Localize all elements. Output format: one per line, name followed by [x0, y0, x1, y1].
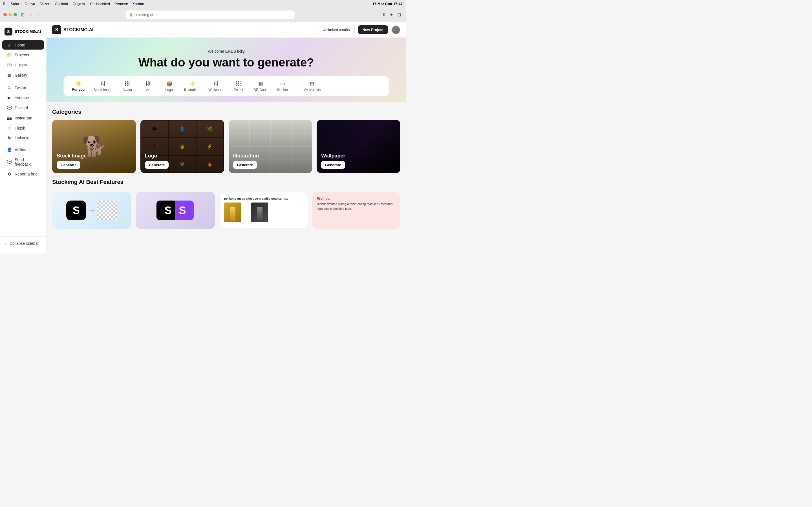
tabs-button[interactable]: ⊟ — [396, 11, 403, 18]
s-left-half: S — [164, 205, 171, 217]
apple-logo:  — [3, 1, 5, 6]
sidebar-item-tiktok[interactable]: ♪ Tiktok — [2, 123, 44, 133]
arrow-right-icon: → — [243, 209, 249, 216]
illustration-icon: ✨ — [189, 80, 195, 87]
wallpaper-generate-btn[interactable]: Generate — [321, 161, 345, 169]
tab-qr-code[interactable]: ▦ QR Code — [250, 78, 271, 94]
tab-wallpaper[interactable]: 🖼 Wallpaper — [204, 78, 227, 94]
logo-icon: 📦 — [166, 80, 172, 87]
sidebar-item-home-label: Home — [15, 43, 25, 47]
logo-name: Logo — [145, 153, 220, 159]
feature-card-split[interactable]: S S — [136, 192, 214, 229]
stock-image-generate-btn[interactable]: Generate — [57, 161, 80, 169]
sidebar-item-feedback[interactable]: 💬 Send feedback — [2, 155, 44, 169]
tab-illustration[interactable]: ✨ Illustration — [180, 78, 204, 94]
features-title: Stockimg AI Best Features — [52, 179, 400, 185]
tab-for-you[interactable]: ⭐ For you — [68, 78, 89, 94]
my-projects-icon: ⊞ — [310, 80, 314, 87]
menu-gecmis[interactable]: Geçmiş — [72, 2, 85, 6]
menu-dosya[interactable]: Dosya — [25, 2, 35, 6]
sidebar-item-bug[interactable]: ⚙ Report a bug — [2, 169, 44, 179]
sidebar-logo-box: S — [4, 27, 12, 36]
tab-logo-label: Logo — [165, 88, 173, 92]
logo-text: STOCKIMG.AI — [63, 27, 93, 33]
sidebar-item-affiliates[interactable]: 👤 Affiliates — [2, 145, 44, 155]
address-bar[interactable]: 🔒 stockimg.ai — [126, 10, 295, 19]
feature-card-perfume[interactable]: perfume on a reflective metallic counter… — [219, 192, 308, 229]
sidebar-item-history-label: History — [15, 63, 27, 67]
bg-remove-content: S → — [66, 201, 117, 220]
perfume-caption: perfume on a reflective metallic counter… — [224, 197, 303, 200]
checker-bg — [97, 201, 117, 220]
category-card-logo[interactable]: 🏔 👤 🌿 🗡 👩 ⚡ 🌊 🦁 🔥 Logo Generate — [140, 120, 224, 173]
collapse-sidebar-button[interactable]: « Collapse sidebar — [0, 239, 46, 248]
sidebar-item-youtube[interactable]: ▶ Youtube — [2, 93, 44, 103]
tab-poster[interactable]: 🖼 Poster — [229, 78, 248, 94]
minimize-dot[interactable] — [8, 13, 12, 16]
close-dot[interactable] — [3, 13, 7, 16]
sidebar-item-projects-label: Projects — [15, 53, 29, 57]
new-tab-button[interactable]: + — [389, 11, 395, 18]
sidebar-item-instagram[interactable]: 📷 Instagram — [2, 113, 44, 123]
avatar[interactable] — [391, 25, 400, 34]
logo-area: S STOCKIMG.AI — [52, 25, 93, 34]
logo-box: S — [52, 25, 61, 34]
maximize-dot[interactable] — [13, 13, 17, 16]
tab-for-you-label: For you — [72, 88, 85, 92]
sidebar-item-instagram-label: Instagram — [15, 116, 32, 120]
wallpaper-name: Wallpaper — [321, 153, 396, 159]
tab-logo[interactable]: 📦 Logo — [159, 78, 179, 94]
sidebar-item-gallery[interactable]: ▦ Gallery — [2, 70, 44, 80]
tab-my-projects[interactable]: ⊞ My projects — [299, 78, 324, 94]
new-project-button[interactable]: New Project — [358, 25, 388, 34]
tiktok-icon: ♪ — [7, 126, 12, 130]
twitter-icon: 𝕏 — [7, 85, 12, 90]
categories-grid: 🐕 Stock Image Generate 🏔 👤 🌿 🗡 👩 — [52, 120, 400, 173]
sidebar-item-projects[interactable]: 📁 Projects — [2, 50, 44, 60]
tab-stock-image[interactable]: 🖼 Stock Image — [90, 78, 116, 94]
sidebar-toggle[interactable]: ⊞ — [19, 11, 26, 18]
sidebar-item-gallery-label: Gallery — [15, 73, 27, 77]
sidebar-item-twitter-label: Twitter — [15, 86, 26, 90]
category-card-wallpaper[interactable]: Wallpaper Generate — [317, 120, 400, 173]
home-icon: ⌂ — [7, 43, 12, 47]
app-header: S STOCKIMG.AI Unlimited credits New Proj… — [47, 22, 406, 38]
perfume-bottle-2 — [251, 203, 268, 222]
menu-pencere[interactable]: Pencere — [114, 2, 128, 6]
back-button[interactable]: ‹ — [29, 11, 33, 18]
tab-stock-image-label: Stock Image — [94, 88, 112, 92]
hero-title: What do you want to generate? — [58, 56, 395, 69]
feature-card-bg-remove[interactable]: S → — [52, 192, 131, 229]
s-logo-transparent — [97, 201, 117, 220]
logo-generate-btn[interactable]: Generate — [145, 161, 168, 169]
prompt-text: Blonde woman sitting a table eating food… — [317, 202, 396, 211]
illustration-generate-btn[interactable]: Generate — [233, 161, 257, 169]
tab-my-projects-label: My projects — [303, 88, 320, 92]
sidebar-item-history[interactable]: 🕐 History — [2, 60, 44, 70]
menu-goruntu[interactable]: Görüntü — [55, 2, 68, 6]
share-button[interactable]: ⬆ — [380, 11, 388, 18]
tab-avatar[interactable]: 🖼 Avatar — [117, 78, 137, 94]
sidebar-item-home[interactable]: ⌂ Home — [2, 40, 44, 50]
category-card-illustration[interactable]: Illustration Generate — [229, 120, 312, 173]
forward-button[interactable]: › — [36, 11, 40, 18]
sidebar-item-linkedin[interactable]: in Linkedin — [2, 133, 44, 142]
menu-duzen[interactable]: Düzen — [40, 2, 50, 6]
gallery-icon: ▦ — [7, 73, 12, 78]
sidebar-item-discord[interactable]: 💬 Discord — [2, 103, 44, 113]
menu-bar:  Safari Dosya Düzen Görüntü Geçmiş Yer … — [0, 0, 406, 8]
menu-yardim[interactable]: Yardım — [133, 2, 144, 6]
tab-art[interactable]: 🖼 Art — [139, 78, 158, 94]
menu-right: 16 Mar Cmt 17:47 — [372, 2, 403, 6]
tab-illusion[interactable]: ▭ Illusion — [273, 78, 292, 94]
tab-poster-label: Poster — [234, 88, 244, 92]
menu-yer[interactable]: Yer İşaretleri — [89, 2, 110, 6]
category-card-stock-image[interactable]: 🐕 Stock Image Generate — [52, 120, 136, 173]
menu-safari[interactable]: Safari — [11, 2, 20, 6]
sidebar-item-twitter[interactable]: 𝕏 Twitter — [2, 83, 44, 93]
unlimited-credits-button[interactable]: Unlimited credits — [318, 25, 354, 34]
feature-card-prompt[interactable]: Prompt: Blonde woman sitting a table eat… — [312, 192, 400, 229]
sidebar-logo: S STOCKIMG.AI — [0, 25, 46, 40]
lock-icon: 🔒 — [129, 13, 133, 17]
sidebar-item-linkedin-label: Linkedin — [15, 135, 29, 140]
